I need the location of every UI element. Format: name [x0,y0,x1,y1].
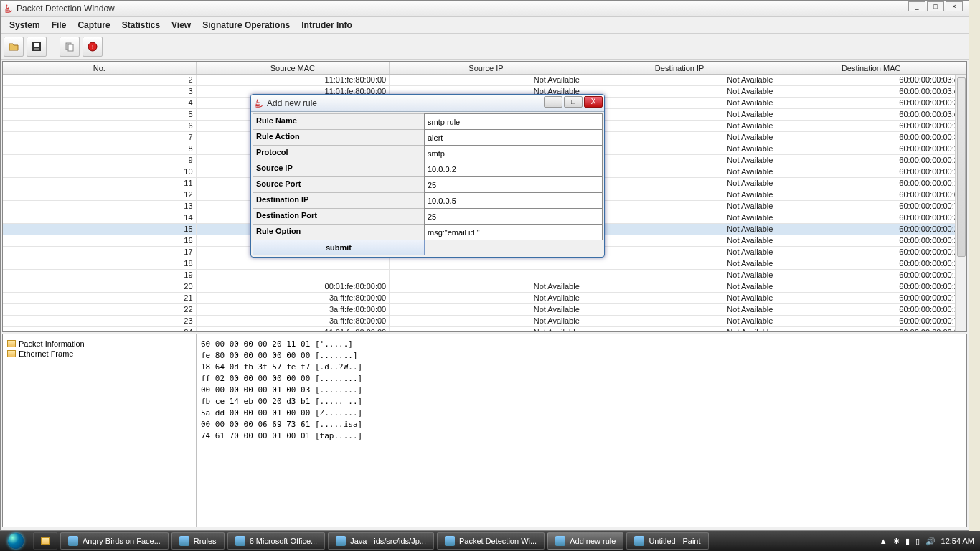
col-source-mac[interactable]: Source MAC [197,62,390,74]
cell-dip: Not Available [583,258,777,269]
menu-signature-operations[interactable]: Signature Operations [197,17,296,33]
copy-button[interactable] [60,37,80,57]
pinned-explorer[interactable] [33,532,57,550]
taskbar-task[interactable]: Java - ids/src/ids/Jp... [328,532,434,550]
dialog-titlebar[interactable]: Add new rule _ □ X [251,95,604,112]
menubar: System File Capture Statistics View Sign… [1,17,969,34]
cell-dip: Not Available [583,98,777,108]
cell-smac: 3a:ff:fe:80:00:00 [197,304,390,315]
taskbar-task[interactable]: Untitled - Paint [626,532,708,550]
taskbar-task[interactable]: 6 Microsoft Office... [227,532,326,550]
submit-button[interactable]: submit [253,240,425,255]
cell-dip: Not Available [583,143,777,154]
scrollbar[interactable] [955,75,966,331]
network-icon[interactable]: ▮ [905,537,910,546]
cell-dmac: 60:00:00:00:03:eb [776,109,966,120]
svg-rect-1 [34,43,39,47]
task-icon [179,536,189,546]
folder-icon [41,537,50,545]
menu-system[interactable]: System [4,17,46,33]
field-input[interactable] [424,129,603,146]
maximize-button[interactable]: □ [927,1,944,11]
table-row[interactable]: 223a:ff:fe:80:00:00Not AvailableNot Avai… [3,304,966,316]
tree-ethernet-frame[interactable]: Ethernet Frame [7,349,192,359]
field-label: Rule Name [253,113,425,130]
cell-dip: Not Available [583,75,777,85]
hex-dump: 60 00 00 00 00 20 11 01 ['.....]fe 80 00… [197,334,966,527]
open-button[interactable] [4,37,24,57]
field-label: Rule Option [253,224,425,240]
cell-dmac: 60:00:00:00:00:18 [776,178,966,189]
field-input[interactable] [424,145,603,161]
tree-view[interactable]: Packet Information Ethernet Frame [3,334,197,527]
field-label: Destination Port [253,208,425,225]
cell-dmac: 60:00:00:00:00:23 [776,247,966,258]
cell-no: 17 [3,247,197,258]
col-destination-mac[interactable]: Destination MAC [776,62,966,74]
table-row[interactable]: 2000:01:fe:80:00:00Not AvailableNot Avai… [3,281,966,293]
cell-no: 16 [3,235,197,246]
dialog-minimize-button[interactable]: _ [544,96,562,108]
taskbar-task[interactable]: Add new rule [547,532,623,550]
dump-line: 5a dd 00 00 00 01 00 00 [Z.......] [201,408,962,419]
cell-no: 23 [3,316,197,326]
task-label: 6 Microsoft Office... [250,537,318,545]
cell-sip: Not Available [390,304,583,315]
cell-dip: Not Available [583,281,777,292]
table-row[interactable]: 18Not Available60:00:00:00:00:23 [3,258,966,270]
cell-no: 24 [3,327,197,332]
dialog-maximize-button[interactable]: □ [564,96,583,108]
volume-icon[interactable]: 🔊 [925,537,936,546]
battery-icon[interactable]: ▯ [915,537,920,546]
save-button[interactable] [27,37,47,57]
col-no[interactable]: No. [3,62,197,74]
close-button[interactable]: × [946,1,963,11]
menu-capture[interactable]: Capture [72,17,116,33]
titlebar: Packet Detection Window _ □ × [1,1,969,17]
field-input[interactable] [424,176,603,193]
cell-dip: Not Available [583,201,777,212]
task-label: Angry Birds on Face... [83,537,161,545]
cell-sip: Not Available [390,293,583,303]
table-row[interactable]: 213a:ff:fe:80:00:00Not AvailableNot Avai… [3,293,966,304]
task-icon [235,536,245,546]
cell-dip: Not Available [583,327,777,332]
clock[interactable]: 12:54 AM [941,537,974,545]
task-icon [68,536,78,546]
bluetooth-icon[interactable]: ✱ [893,537,900,546]
field-input[interactable] [424,208,603,225]
taskbar-task[interactable]: Rrules [171,532,225,550]
col-destination-ip[interactable]: Destination IP [583,62,777,74]
menu-view[interactable]: View [166,17,197,33]
scrollbar-thumb[interactable] [957,77,966,257]
taskbar-task[interactable]: Angry Birds on Face... [60,532,169,550]
cell-no: 13 [3,201,197,212]
table-row[interactable]: 19Not Available60:00:00:00:00:18 [3,270,966,281]
cell-no: 8 [3,143,197,154]
system-tray[interactable]: ▲ ✱ ▮ ▯ 🔊 12:54 AM [880,537,980,546]
alert-button[interactable]: ! [83,37,103,57]
field-input[interactable] [424,224,603,240]
table-row[interactable]: 233a:ff:fe:80:00:00Not AvailableNot Avai… [3,316,966,327]
menu-file[interactable]: File [46,17,72,33]
menu-statistics[interactable]: Statistics [116,17,166,33]
table-row[interactable]: 2411:01:fe:80:00:00Not AvailableNot Avai… [3,327,966,332]
taskbar-task[interactable]: Packet Detection Wi... [437,532,545,550]
cell-dmac: 60:00:00:00:03:eb [776,86,966,97]
cell-no: 18 [3,258,197,269]
dump-line: 74 61 70 00 00 01 00 01 [tap.....] [201,430,962,442]
tray-up-icon[interactable]: ▲ [880,537,887,545]
start-button[interactable] [0,531,32,551]
svg-text:!: ! [92,44,93,50]
minimize-button[interactable]: _ [908,1,925,11]
menu-intruder-info[interactable]: Intruder Info [296,17,358,33]
dialog-close-button[interactable]: X [584,96,603,108]
cell-no: 21 [3,293,197,303]
field-input[interactable] [424,113,603,130]
window-controls: _ □ × [907,1,963,11]
field-input[interactable] [424,192,603,209]
col-source-ip[interactable]: Source IP [390,62,583,74]
tree-packet-info[interactable]: Packet Information [7,339,192,349]
field-input[interactable] [424,161,603,177]
table-row[interactable]: 211:01:fe:80:00:00Not AvailableNot Avail… [3,75,966,86]
